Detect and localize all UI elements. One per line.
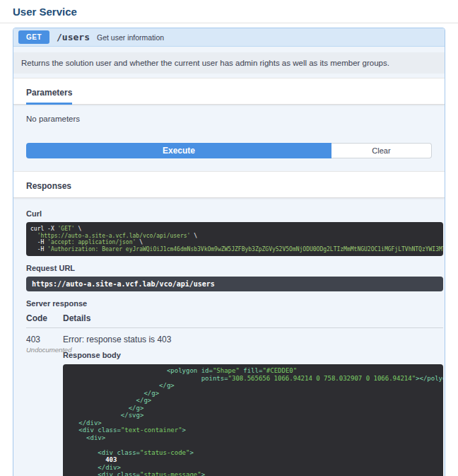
- page-header: User Service: [0, 0, 458, 23]
- request-url-label: Request URL: [26, 264, 443, 272]
- response-error-message: Error: response status is 403: [63, 335, 443, 344]
- opblock-summary[interactable]: GET /users Get user information: [13, 28, 445, 47]
- tab-parameters[interactable]: Parameters: [26, 88, 72, 105]
- endpoint-path: /users: [57, 32, 90, 42]
- no-parameters-message: No parameters: [13, 105, 445, 123]
- responses-title: Responses: [26, 181, 71, 197]
- page-title: User Service: [13, 6, 445, 18]
- curl-label: Curl: [26, 209, 443, 218]
- responses-inner: Curl curl -X 'GET' \ 'https://auto-a.sit…: [13, 198, 445, 476]
- responses-header: Responses: [13, 171, 445, 198]
- undocumented-label: Undocumented: [26, 346, 63, 354]
- parameters-header: Parameters: [13, 78, 445, 105]
- operation-description: Returns the solution user and whether th…: [13, 52, 445, 74]
- method-badge: GET: [18, 30, 49, 44]
- swagger-page: User Service GET /users Get user informa…: [0, 0, 458, 476]
- execute-button[interactable]: Execute: [26, 143, 331, 158]
- details-column-header: Details: [63, 313, 443, 323]
- table-header-row: Code Details: [26, 313, 443, 328]
- execute-wrapper: Execute Clear: [13, 123, 445, 171]
- response-body-block[interactable]: <polygon id="Shape" fill="#CEDDE0" point…: [63, 364, 443, 476]
- opblock-get-users: GET /users Get user information Returns …: [13, 28, 445, 476]
- code-column-header: Code: [26, 313, 63, 323]
- curl-command-text: curl -X 'GET' \ 'https://auto-a.site-a.v…: [26, 222, 443, 256]
- clear-button[interactable]: Clear: [331, 143, 432, 158]
- response-row-403: 403 Undocumented Error: response status …: [26, 328, 443, 476]
- response-code-cell: 403 Undocumented: [26, 335, 63, 476]
- server-response-table: Code Details 403 Undocumented Error: res…: [26, 313, 443, 476]
- response-status-code: 403: [26, 335, 63, 344]
- curl-command-block[interactable]: curl -X 'GET' \ 'https://auto-a.site-a.v…: [26, 222, 443, 256]
- server-response-label: Server response: [26, 299, 443, 308]
- response-details-cell: Error: response status is 403 Response b…: [63, 335, 443, 476]
- endpoint-summary: Get user information: [97, 33, 164, 42]
- request-url-value: https://auto-a.site-a.vcf.lab/vco/api/us…: [26, 277, 443, 291]
- response-body-label: Response body: [63, 351, 443, 359]
- response-body-text: <polygon id="Shape" fill="#CEDDE0" point…: [63, 364, 443, 476]
